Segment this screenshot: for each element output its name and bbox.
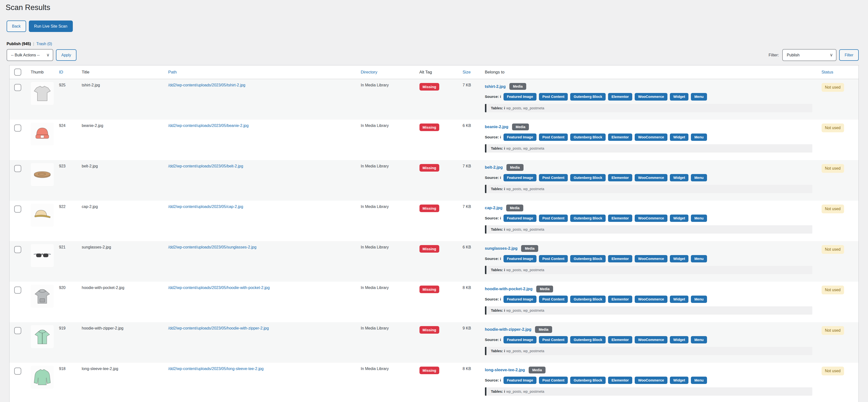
row-checkbox[interactable] — [14, 327, 21, 334]
source-post-content-badge[interactable]: Post Content — [539, 336, 568, 344]
source-widget-badge[interactable]: Widget — [670, 336, 688, 344]
row-id: 920 — [55, 282, 77, 322]
header-directory[interactable]: Directory — [356, 65, 415, 79]
source-elementor-badge[interactable]: Elementor — [608, 134, 632, 141]
row-path-link[interactable]: /dd2/wp-content/uploads/2023/05/beanie-2… — [168, 124, 249, 128]
source-gutenberg-block-badge[interactable]: Gutenberg Block — [570, 377, 606, 384]
source-featured-image-badge[interactable]: Featured Image — [503, 255, 536, 263]
row-path-link[interactable]: /dd2/wp-content/uploads/2023/05/cap-2.jp… — [168, 205, 243, 209]
source-elementor-badge[interactable]: Elementor — [608, 174, 632, 181]
row-checkbox[interactable] — [14, 84, 21, 91]
row-id: 923 — [55, 160, 77, 201]
source-gutenberg-block-badge[interactable]: Gutenberg Block — [570, 134, 606, 141]
source-elementor-badge[interactable]: Elementor — [608, 214, 632, 222]
thumbnail-longsleeve-image — [31, 366, 54, 389]
source-menu-badge[interactable]: Menu — [691, 134, 707, 141]
source-gutenberg-block-badge[interactable]: Gutenberg Block — [570, 214, 606, 222]
row-path-link[interactable]: /dd2/wp-content/uploads/2023/05/tshirt-2… — [168, 83, 246, 87]
source-gutenberg-block-badge[interactable]: Gutenberg Block — [570, 255, 606, 263]
source-featured-image-badge[interactable]: Featured Image — [503, 377, 536, 384]
row-path-link[interactable]: /dd2/wp-content/uploads/2023/05/belt-2.j… — [168, 164, 243, 168]
source-menu-badge[interactable]: Menu — [691, 377, 707, 384]
belongs-file-link[interactable]: beanie-2.jpg — [485, 125, 508, 129]
row-checkbox[interactable] — [14, 125, 21, 132]
source-featured-image-badge[interactable]: Featured Image — [503, 134, 536, 141]
source-woocommerce-badge[interactable]: WooCommerce — [635, 296, 668, 303]
source-menu-badge[interactable]: Menu — [691, 174, 707, 181]
status-cell: Not used — [817, 120, 859, 160]
source-elementor-badge[interactable]: Elementor — [608, 255, 632, 263]
header-status[interactable]: Status — [817, 65, 859, 79]
source-widget-badge[interactable]: Widget — [670, 93, 688, 101]
source-widget-badge[interactable]: Widget — [670, 174, 688, 181]
row-path-link[interactable]: /dd2/wp-content/uploads/2023/05/long-sle… — [168, 367, 264, 371]
row-checkbox[interactable] — [14, 287, 21, 294]
source-post-content-badge[interactable]: Post Content — [539, 377, 568, 384]
source-woocommerce-badge[interactable]: WooCommerce — [635, 134, 668, 141]
source-menu-badge[interactable]: Menu — [691, 255, 707, 263]
source-label: Source: i — [485, 257, 501, 261]
belongs-file-link[interactable]: long-sleeve-tee-2.jpg — [485, 368, 525, 372]
belongs-file-link[interactable]: hoodie-with-zipper-2.jpg — [485, 327, 532, 332]
row-checkbox[interactable] — [14, 165, 21, 172]
filter-button[interactable]: Filter — [839, 49, 859, 61]
back-button[interactable]: Back — [7, 21, 26, 32]
source-elementor-badge[interactable]: Elementor — [608, 336, 632, 344]
source-woocommerce-badge[interactable]: WooCommerce — [635, 174, 668, 181]
belongs-file-link[interactable]: hoodie-with-pocket-2.jpg — [485, 287, 533, 291]
source-elementor-badge[interactable]: Elementor — [608, 93, 632, 101]
view-link-publish[interactable]: Publish (945) — [7, 42, 31, 46]
row-checkbox[interactable] — [14, 368, 21, 375]
source-post-content-badge[interactable]: Post Content — [539, 93, 568, 101]
source-post-content-badge[interactable]: Post Content — [539, 214, 568, 222]
source-woocommerce-badge[interactable]: WooCommerce — [635, 255, 668, 263]
select-all-checkbox[interactable] — [14, 69, 21, 76]
source-gutenberg-block-badge[interactable]: Gutenberg Block — [570, 336, 606, 344]
header-path[interactable]: Path — [164, 65, 356, 79]
view-link-trash[interactable]: Trash (0) — [36, 42, 52, 46]
source-woocommerce-badge[interactable]: WooCommerce — [635, 377, 668, 384]
source-featured-image-badge[interactable]: Featured Image — [503, 214, 536, 222]
run-live-site-scan-button[interactable]: Run Live Site Scan — [29, 21, 73, 32]
belongs-file-link[interactable]: belt-2.jpg — [485, 165, 503, 170]
belongs-file-link[interactable]: tshirt-2.jpg — [485, 84, 506, 89]
row-path-link[interactable]: /dd2/wp-content/uploads/2023/05/hoodie-w… — [168, 286, 270, 290]
source-menu-badge[interactable]: Menu — [691, 214, 707, 222]
source-featured-image-badge[interactable]: Featured Image — [503, 93, 536, 101]
source-widget-badge[interactable]: Widget — [670, 296, 688, 303]
belongs-file-link[interactable]: cap-2.jpg — [485, 205, 502, 210]
source-menu-badge[interactable]: Menu — [691, 296, 707, 303]
source-elementor-badge[interactable]: Elementor — [608, 296, 632, 303]
source-gutenberg-block-badge[interactable]: Gutenberg Block — [570, 296, 606, 303]
source-woocommerce-badge[interactable]: WooCommerce — [635, 214, 668, 222]
source-menu-badge[interactable]: Menu — [691, 336, 707, 344]
source-post-content-badge[interactable]: Post Content — [539, 296, 568, 303]
status-filter-select[interactable]: Publish — [782, 49, 836, 61]
header-id[interactable]: ID — [55, 65, 77, 79]
belongs-file-link[interactable]: sunglasses-2.jpg — [485, 246, 518, 251]
row-path-link[interactable]: /dd2/wp-content/uploads/2023/05/sunglass… — [168, 245, 256, 249]
source-widget-badge[interactable]: Widget — [670, 377, 688, 384]
source-elementor-badge[interactable]: Elementor — [608, 377, 632, 384]
source-post-content-badge[interactable]: Post Content — [539, 134, 568, 141]
source-widget-badge[interactable]: Widget — [670, 255, 688, 263]
source-post-content-badge[interactable]: Post Content — [539, 174, 568, 181]
apply-button[interactable]: Apply — [56, 49, 76, 61]
row-path-link[interactable]: /dd2/wp-content/uploads/2023/05/hoodie-w… — [168, 326, 269, 330]
header-size[interactable]: Size — [458, 65, 480, 79]
bulk-actions-select[interactable]: -- Bulk Actions -- — [7, 49, 53, 61]
source-widget-badge[interactable]: Widget — [670, 134, 688, 141]
source-featured-image-badge[interactable]: Featured Image — [503, 336, 536, 344]
row-checkbox[interactable] — [14, 205, 21, 212]
source-widget-badge[interactable]: Widget — [670, 214, 688, 222]
source-featured-image-badge[interactable]: Featured Image — [503, 296, 536, 303]
source-gutenberg-block-badge[interactable]: Gutenberg Block — [570, 174, 606, 181]
source-woocommerce-badge[interactable]: WooCommerce — [635, 93, 668, 101]
source-woocommerce-badge[interactable]: WooCommerce — [635, 336, 668, 344]
missing-badge: Missing — [420, 367, 439, 374]
source-featured-image-badge[interactable]: Featured Image — [503, 174, 536, 181]
source-menu-badge[interactable]: Menu — [691, 93, 707, 101]
source-post-content-badge[interactable]: Post Content — [539, 255, 568, 263]
row-checkbox[interactable] — [14, 246, 21, 253]
source-gutenberg-block-badge[interactable]: Gutenberg Block — [570, 93, 606, 101]
